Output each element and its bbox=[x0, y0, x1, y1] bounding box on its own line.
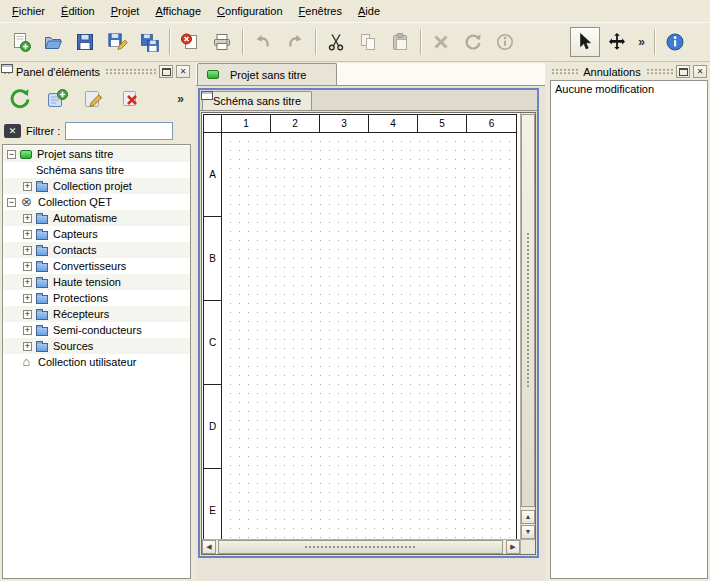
menu-fenetres[interactable]: Fenêtres bbox=[291, 2, 350, 20]
collapse-icon[interactable]: − bbox=[7, 150, 16, 159]
row-ruler-cell: E bbox=[204, 469, 221, 539]
float-dock-button[interactable] bbox=[159, 65, 173, 78]
expand-icon[interactable]: + bbox=[23, 294, 32, 303]
scroll-up-button[interactable]: ▲ bbox=[521, 510, 535, 524]
menu-affichage[interactable]: Affichage bbox=[147, 2, 209, 20]
project-tabbar: Projet sans titre bbox=[196, 63, 545, 86]
expand-icon[interactable]: + bbox=[23, 326, 32, 335]
new-document-button[interactable] bbox=[6, 27, 36, 57]
vertical-scrollbar-thumb[interactable] bbox=[521, 114, 535, 507]
save-as-button[interactable] bbox=[102, 27, 132, 57]
about-qet-button[interactable] bbox=[660, 27, 690, 57]
print-button[interactable] bbox=[207, 27, 237, 57]
diagram-grid[interactable] bbox=[222, 133, 516, 539]
edit-element-icon bbox=[82, 87, 106, 111]
row-ruler-cell: B bbox=[204, 217, 221, 301]
tree-item-capteurs[interactable]: + Capteurs bbox=[3, 226, 190, 242]
rotate-button[interactable] bbox=[458, 27, 488, 57]
redo-button[interactable] bbox=[280, 27, 310, 57]
scroll-down-button[interactable]: ▼ bbox=[521, 525, 535, 539]
expand-icon[interactable]: + bbox=[23, 230, 32, 239]
row-ruler-cell: C bbox=[204, 301, 221, 385]
tree-item-semi-conducteurs[interactable]: + Semi-conducteurs bbox=[3, 322, 190, 338]
undo-panel-titlebar[interactable]: Annulations ✕ bbox=[548, 63, 710, 80]
tree-item-label: Schéma sans titre bbox=[36, 164, 124, 176]
rotate-arrow-icon bbox=[462, 31, 484, 53]
tree-item-schema-sans-titre[interactable]: Schéma sans titre bbox=[3, 162, 190, 178]
filter-input[interactable] bbox=[65, 122, 173, 140]
copy-button[interactable] bbox=[353, 27, 383, 57]
expand-icon[interactable]: + bbox=[23, 278, 32, 287]
vertical-scrollbar[interactable]: ▲ ▼ bbox=[520, 113, 535, 539]
main-toolbar: » bbox=[0, 22, 710, 62]
delete-cross-icon bbox=[430, 31, 452, 53]
folder-icon bbox=[36, 327, 48, 336]
tree-item-label: Capteurs bbox=[53, 228, 98, 240]
expand-icon[interactable]: + bbox=[23, 342, 32, 351]
delete-element-button[interactable] bbox=[115, 83, 147, 115]
expand-icon[interactable]: + bbox=[23, 246, 32, 255]
new-element-button[interactable] bbox=[41, 83, 73, 115]
move-arrows-icon bbox=[606, 31, 628, 53]
folder-icon bbox=[36, 183, 48, 192]
elements-panel-titlebar[interactable]: Panel d'éléments ✕ bbox=[0, 63, 193, 80]
home-icon: ⌂ bbox=[20, 356, 33, 368]
column-ruler-cell: 2 bbox=[271, 115, 320, 133]
drag-mode-button[interactable] bbox=[602, 27, 632, 57]
expand-icon[interactable]: + bbox=[23, 214, 32, 223]
tree-item-collection-qet[interactable]: − ⊗ Collection QET bbox=[3, 194, 190, 210]
tree-item-contacts[interactable]: + Contacts bbox=[3, 242, 190, 258]
panel-overflow-button[interactable]: » bbox=[172, 92, 189, 106]
tree-item-collection-utilisateur[interactable]: ⌂ Collection utilisateur bbox=[3, 354, 190, 370]
column-ruler-cell: 3 bbox=[320, 115, 369, 133]
tree-item-sources[interactable]: + Sources bbox=[3, 338, 190, 354]
menu-edition[interactable]: Édition bbox=[53, 2, 103, 20]
close-dock-button[interactable]: ✕ bbox=[176, 65, 190, 78]
horizontal-scrollbar-thumb[interactable] bbox=[218, 540, 503, 554]
tree-item-projet-sans-titre[interactable]: − Projet sans titre bbox=[3, 146, 190, 162]
horizontal-scrollbar[interactable]: ◀ ▶ bbox=[202, 539, 520, 554]
selection-mode-button[interactable] bbox=[570, 27, 600, 57]
collapse-icon[interactable]: − bbox=[7, 198, 16, 207]
open-project-button[interactable] bbox=[38, 27, 68, 57]
tree-item-recepteurs[interactable]: + Récepteurs bbox=[3, 306, 190, 322]
paste-button[interactable] bbox=[385, 27, 415, 57]
tree-item-collection-projet[interactable]: + Collection projet bbox=[3, 178, 190, 194]
tree-item-protections[interactable]: + Protections bbox=[3, 290, 190, 306]
menu-projet[interactable]: Projet bbox=[103, 2, 148, 20]
diagram-sheet[interactable]: 1 2 3 4 5 6 A B C bbox=[203, 114, 517, 539]
cut-button[interactable] bbox=[321, 27, 351, 57]
scrollbar-corner bbox=[520, 539, 535, 554]
diagram-viewport[interactable]: 1 2 3 4 5 6 A B C bbox=[202, 113, 520, 539]
menu-configuration[interactable]: Configuration bbox=[209, 2, 290, 20]
float-dock-button[interactable] bbox=[676, 65, 690, 78]
tree-item-convertisseurs[interactable]: + Convertisseurs bbox=[3, 258, 190, 274]
undo-button[interactable] bbox=[248, 27, 278, 57]
tree-item-haute-tension[interactable]: + Haute tension bbox=[3, 274, 190, 290]
tab-projet-sans-titre[interactable]: Projet sans titre bbox=[197, 63, 337, 85]
toolbar-overflow-button[interactable]: » bbox=[633, 35, 650, 49]
close-file-button[interactable] bbox=[175, 27, 205, 57]
undo-history-list[interactable]: Aucune modification bbox=[550, 80, 708, 579]
diagram-body: A B C D E bbox=[204, 133, 516, 539]
filter-clear-button[interactable]: ✕ bbox=[4, 124, 21, 138]
menu-fichier[interactable]: Fichier bbox=[4, 2, 53, 20]
expand-icon[interactable]: + bbox=[23, 262, 32, 271]
dock-grip bbox=[646, 68, 673, 75]
tree-item-automatisme[interactable]: + Automatisme bbox=[3, 210, 190, 226]
reload-collections-button[interactable] bbox=[4, 83, 36, 115]
save-all-button[interactable] bbox=[134, 27, 164, 57]
expand-icon[interactable]: + bbox=[23, 310, 32, 319]
menu-aide[interactable]: Aide bbox=[350, 2, 388, 20]
qet-logo-icon: ⊗ bbox=[20, 196, 33, 208]
scroll-left-button[interactable]: ◀ bbox=[202, 540, 216, 554]
tab-schema-sans-titre[interactable]: Schéma sans titre bbox=[202, 91, 312, 110]
scroll-right-button[interactable]: ▶ bbox=[506, 540, 520, 554]
expand-icon[interactable]: + bbox=[23, 182, 32, 191]
element-info-button[interactable] bbox=[490, 27, 520, 57]
delete-button[interactable] bbox=[426, 27, 456, 57]
save-button[interactable] bbox=[70, 27, 100, 57]
close-dock-button[interactable]: ✕ bbox=[693, 65, 707, 78]
column-ruler-cell: 1 bbox=[222, 115, 271, 133]
edit-element-button[interactable] bbox=[78, 83, 110, 115]
